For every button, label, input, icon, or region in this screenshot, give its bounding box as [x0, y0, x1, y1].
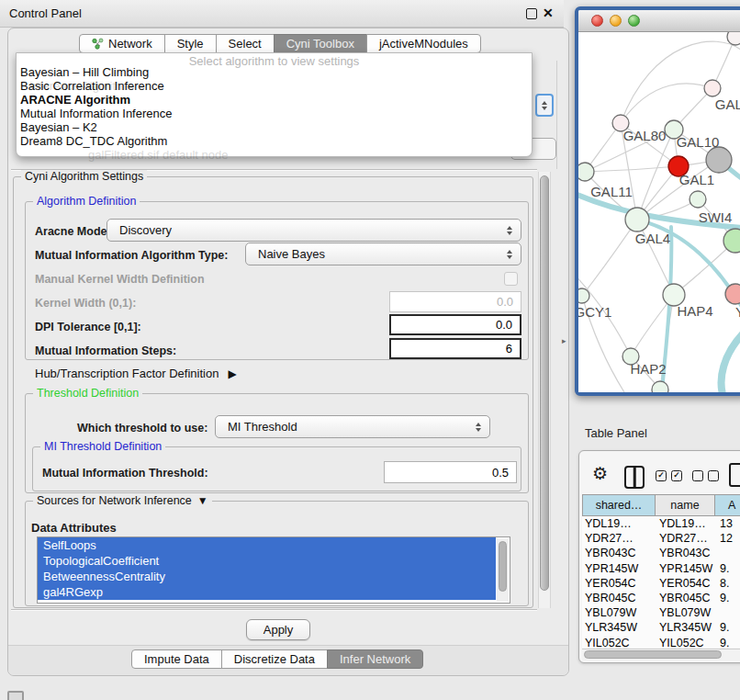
network-node[interactable] [625, 208, 649, 231]
attributes-scrollbar-track[interactable] [497, 538, 509, 602]
table-cell: YBR043C [656, 547, 716, 559]
minimize-traffic-light[interactable] [610, 15, 622, 27]
manual-kernel-label: Manual Kernel Width Definition [35, 273, 205, 286]
split-handle-icon[interactable]: ▸ [562, 336, 566, 345]
table-row[interactable]: YLR345WYLR345W9. [582, 620, 740, 635]
control-panel-titlebar: Control Panel [0, 0, 564, 28]
table-cell: YDR27… [582, 532, 656, 545]
kernel-width-field[interactable]: 0.0 [389, 291, 521, 312]
algorithm-option[interactable]: Bayesian – K2 [18, 121, 530, 135]
settings-scrollbar-thumb[interactable] [540, 175, 549, 591]
algorithm-option[interactable]: Basic Correlation Inference [18, 80, 530, 94]
data-attributes-label: Data Attributes [31, 521, 117, 535]
hub-definition-disclosure[interactable]: Hub/Transcription Factor Definition ▶ [35, 367, 237, 380]
network-node[interactable] [725, 284, 740, 304]
table-row[interactable]: YPR145WYPR145W9. [582, 561, 740, 576]
table-row[interactable]: YBR045CYBR045C9. [582, 591, 740, 605]
tab-network[interactable]: Network [79, 34, 165, 53]
column-header-clipped[interactable]: A [714, 494, 740, 516]
algorithm-list: Bayesian – Hill ClimbingBasic Correlatio… [18, 66, 530, 148]
mi-steps-field[interactable]: 6 [389, 338, 521, 359]
network-canvas[interactable]: GAL7GAL80GAL10GAL1GAL11SWI4GAL4GCY1HAP4Y… [578, 32, 740, 392]
tab-jactivemnodules[interactable]: jActiveMNodules [366, 34, 481, 53]
table-cell: 9. [716, 592, 740, 604]
network-edge[interactable] [585, 166, 678, 172]
network-node[interactable] [578, 163, 594, 181]
table-cell: YIL052C [582, 637, 656, 648]
table-cell: YLR345W [656, 621, 716, 634]
threshold-definition-title: Threshold Definition [33, 387, 142, 400]
table-cell: 9. [716, 621, 740, 634]
algorithm-combo-stepper[interactable] [535, 94, 554, 117]
close-traffic-light[interactable] [591, 15, 603, 27]
manual-kernel-checkbox[interactable] [504, 272, 518, 286]
deselect-all-columns-icon[interactable] [692, 470, 719, 481]
tab-select[interactable]: Select [216, 34, 275, 53]
apply-button[interactable]: Apply [246, 619, 310, 640]
table-cell: 8. [716, 577, 740, 590]
tab-infer-network[interactable]: Infer Network [327, 649, 423, 669]
network-node-label: GAL1 [679, 172, 714, 187]
attribute-item-selected[interactable]: TopologicalCoefficient [38, 553, 496, 569]
attribute-item-selected[interactable]: gal4RGexp [38, 584, 496, 600]
dpi-tolerance-field[interactable]: 0.0 [389, 314, 521, 335]
table-row[interactable]: YDR27…YDR27…12 [582, 531, 740, 546]
ghost-text: galFiltered.sif default node [88, 148, 228, 162]
table-cell: YDL19… [656, 517, 716, 530]
gear-icon[interactable]: ⚙ [592, 464, 608, 484]
network-edge[interactable] [582, 220, 637, 296]
attribute-item-selected[interactable]: SelfLoops [38, 537, 496, 553]
network-node[interactable] [727, 32, 740, 45]
tab-style[interactable]: Style [164, 34, 217, 53]
network-window-titlebar[interactable] [578, 10, 740, 32]
data-attributes-list: SelfLoopsTopologicalCoefficientBetweenne… [37, 536, 510, 604]
network-edge-highlighted[interactable] [722, 324, 740, 392]
network-node[interactable] [690, 191, 706, 208]
float-window-button[interactable] [526, 8, 537, 19]
minimized-panel-icon[interactable] [7, 691, 24, 700]
close-icon[interactable]: ✕ [543, 6, 554, 20]
mi-threshold-field[interactable]: 0.5 [384, 461, 517, 483]
attributes-scrollbar-thumb[interactable] [499, 541, 507, 592]
algorithm-option[interactable]: ARACNE Algorithm [18, 94, 530, 107]
algorithm-option[interactable]: Dream8 DC_TDC Algorithm [18, 135, 530, 149]
table-row[interactable]: YDL19…YDL19…13 [582, 516, 740, 531]
network-node[interactable] [578, 288, 589, 303]
column-header-shared-name[interactable]: shared… [582, 494, 656, 516]
zoom-traffic-light[interactable] [628, 15, 640, 27]
table-hscrollbar-thumb[interactable] [584, 650, 722, 659]
network-node-label: GAL4 [635, 231, 670, 246]
tab-label: Cyni Toolbox [286, 37, 354, 51]
table-cell: 12 [716, 532, 740, 545]
mi-type-select[interactable]: Naive Bayes [245, 243, 521, 265]
attribute-item-selected[interactable]: BetweennessCentrality [38, 569, 496, 584]
algorithm-option[interactable]: Mutual Information Inference [18, 107, 530, 121]
table-cell: YIL052C [656, 637, 716, 648]
table-row[interactable]: YBR043CYBR043C [582, 546, 740, 560]
table-row[interactable]: YBL079WYBL079W [582, 605, 740, 620]
tab-impute-data[interactable]: Impute Data [131, 649, 222, 669]
network-node[interactable] [652, 381, 668, 392]
split-columns-icon[interactable] [624, 466, 645, 489]
document-icon[interactable] [729, 463, 740, 487]
select-all-columns-icon[interactable]: ✓ ✓ [656, 470, 682, 481]
network-node[interactable] [706, 147, 732, 173]
tab-label: Impute Data [144, 652, 209, 666]
which-threshold-select[interactable]: MI Threshold [215, 415, 490, 438]
mi-threshold-label: Mutual Information Threshold: [42, 467, 208, 480]
table-cell: YBL079W [582, 606, 656, 619]
network-graph[interactable]: GAL7GAL80GAL10GAL1GAL11SWI4GAL4GCY1HAP4Y… [578, 32, 740, 392]
table-cell: YBR045C [582, 592, 656, 604]
algorithm-option[interactable]: Bayesian – Hill Climbing [18, 66, 530, 80]
sources-disclosure[interactable]: Sources for Network Inference ▼ [33, 494, 212, 507]
column-header-name[interactable]: name [655, 494, 715, 516]
tab-label: jActiveMNodules [379, 37, 468, 51]
network-node[interactable] [704, 80, 721, 96]
tab-cyni-toolbox[interactable]: Cyni Toolbox [274, 34, 367, 53]
table-row[interactable]: YIL052CYIL052C9. [582, 636, 740, 649]
tab-label: Select [229, 37, 262, 51]
table-row[interactable]: YER054CYER054C8. [582, 576, 740, 591]
tab-discretize-data[interactable]: Discretize Data [221, 649, 328, 669]
aracne-mode-select[interactable]: Discovery [107, 219, 521, 242]
network-node-label: HAP4 [677, 303, 712, 319]
